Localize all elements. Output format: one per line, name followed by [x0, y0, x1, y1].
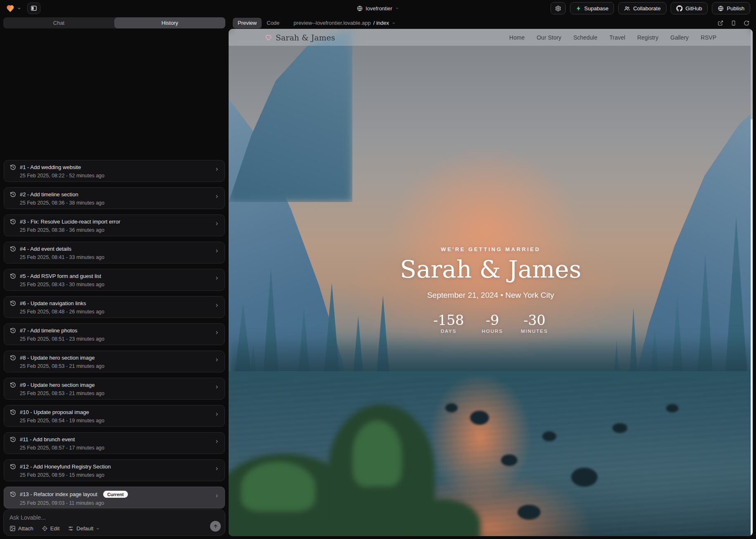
history-list-item[interactable]: #7 - Add timeline photos 25 Feb 2025, 08… [4, 323, 225, 345]
history-icon [10, 436, 16, 442]
site-nav-link[interactable]: Home [509, 34, 524, 41]
countdown-label: MINUTES [521, 329, 548, 334]
edit-button[interactable]: Edit [42, 525, 59, 532]
tab-code[interactable]: Code [262, 18, 284, 28]
history-icon [10, 382, 16, 388]
chevron-right-icon[interactable] [214, 412, 220, 417]
topbar-actions: Supabase Collaborate GitHub Publish [550, 2, 750, 14]
attach-button[interactable]: Attach [9, 525, 33, 532]
history-item-timestamp: 25 Feb 2025, 08:38 - 36 minutes ago [20, 227, 220, 233]
settings-button[interactable] [550, 2, 566, 14]
chevron-right-icon[interactable] [214, 357, 220, 362]
tab-chat[interactable]: Chat [3, 17, 114, 28]
history-icon [10, 409, 16, 415]
history-item-title: #8 - Update hero section image [20, 355, 94, 361]
publish-button[interactable]: Publish [712, 2, 750, 14]
supabase-label: Supabase [584, 5, 609, 12]
chevron-right-icon[interactable] [214, 384, 220, 390]
site-nav-link[interactable]: Travel [610, 34, 625, 41]
send-button[interactable] [210, 521, 221, 532]
history-list-item[interactable]: #6 - Update navigation links 25 Feb 2025… [4, 296, 225, 318]
chevron-right-icon[interactable] [214, 466, 220, 471]
history-item-timestamp: 25 Feb 2025, 08:59 - 15 minutes ago [20, 472, 220, 478]
workspace-chevron-down-icon[interactable] [17, 6, 21, 11]
countdown: -158 DAYS -9 HOURS -30 MINUTES [229, 313, 753, 334]
preview-scrollbar-thumb[interactable] [751, 29, 753, 120]
chevron-right-icon[interactable] [214, 275, 220, 281]
chevron-right-icon[interactable] [214, 194, 220, 199]
lovable-logo-heart-icon[interactable] [6, 4, 15, 12]
history-item-timestamp: 25 Feb 2025, 08:36 - 38 minutes ago [20, 200, 220, 206]
site-logo-text: Sarah & James [276, 33, 335, 42]
countdown-label: HOURS [481, 329, 503, 334]
history-list-item[interactable]: #1 - Add wedding website 25 Feb 2025, 08… [4, 160, 225, 182]
chat-mode-label: Default [76, 525, 93, 532]
history-list-item[interactable]: #5 - Add RSVP form and guest list 25 Feb… [4, 269, 225, 291]
site-nav: HomeOur StoryScheduleTravelRegistryGalle… [509, 34, 716, 41]
site-logo[interactable]: Sarah & James [265, 33, 335, 42]
preview-toolbar: Preview Code preview--lovefrontier.lovab… [229, 17, 753, 28]
chat-mode-selector[interactable]: Default [68, 525, 100, 532]
users-icon [624, 5, 630, 12]
site-nav-link[interactable]: RSVP [701, 34, 716, 41]
history-item-timestamp: 25 Feb 2025, 08:48 - 26 minutes ago [20, 309, 220, 315]
history-list-item[interactable]: #4 - Add event details 25 Feb 2025, 08:4… [4, 242, 225, 264]
history-list-item[interactable]: #8 - Update hero section image 25 Feb 20… [4, 351, 225, 372]
chevron-right-icon[interactable] [214, 493, 220, 499]
history-list-item[interactable]: #9 - Update hero section image 25 Feb 20… [4, 378, 225, 400]
chevron-down-icon [96, 527, 100, 531]
history-list-item[interactable]: #10 - Update proposal image 25 Feb 2025,… [4, 405, 225, 427]
preview-url[interactable]: preview--lovefrontier.lovable.app / inde… [293, 20, 395, 26]
project-name: lovefrontier [366, 5, 392, 12]
site-nav-link[interactable]: Our Story [536, 34, 561, 41]
mobile-view-icon[interactable] [731, 20, 736, 26]
countdown-unit: -9 HOURS [481, 313, 503, 334]
supabase-button[interactable]: Supabase [570, 2, 614, 14]
preview-scrollbar[interactable] [751, 29, 753, 536]
chevron-right-icon[interactable] [214, 167, 220, 172]
history-icon [10, 464, 16, 470]
chevron-right-icon[interactable] [214, 439, 220, 444]
history-item-timestamp: 25 Feb 2025, 08:41 - 33 minutes ago [20, 254, 220, 260]
history-list-item[interactable]: #13 - Refactor index page layout Current… [4, 487, 225, 508]
tab-preview[interactable]: Preview [233, 18, 262, 28]
history-item-title: #12 - Add Honeyfund Registry Section [20, 464, 111, 470]
gear-icon [555, 5, 561, 12]
current-badge: Current [103, 491, 128, 498]
project-selector[interactable]: lovefrontier [357, 0, 399, 16]
sliders-icon [68, 525, 74, 532]
countdown-value: -9 [481, 313, 503, 327]
collaborate-label: Collaborate [633, 5, 661, 12]
open-in-new-tab-icon[interactable] [718, 20, 723, 26]
history-list-item[interactable]: #12 - Add Honeyfund Registry Section 25 … [4, 459, 225, 481]
history-item-title: #13 - Refactor index page layout [20, 491, 97, 497]
supabase-icon [576, 5, 581, 12]
image-icon [9, 525, 16, 532]
preview-viewport: Sarah & James HomeOur StoryScheduleTrave… [229, 29, 753, 536]
history-list-item[interactable]: #2 - Add timeline section 25 Feb 2025, 0… [4, 187, 225, 209]
history-icon [10, 327, 16, 334]
chevron-right-icon[interactable] [214, 248, 220, 254]
refresh-icon[interactable] [744, 20, 749, 26]
preview-pane: Preview Code preview--lovefrontier.lovab… [229, 17, 753, 536]
github-button[interactable]: GitHub [671, 2, 708, 14]
edit-label: Edit [50, 525, 59, 532]
target-icon [42, 525, 48, 532]
collaborate-button[interactable]: Collaborate [618, 2, 666, 14]
tab-history[interactable]: History [114, 17, 225, 28]
history-item-timestamp: 25 Feb 2025, 08:43 - 30 minutes ago [20, 282, 220, 287]
toggle-sidebar-button[interactable] [27, 2, 40, 14]
chevron-right-icon[interactable] [214, 330, 220, 335]
site-nav-link[interactable]: Gallery [671, 34, 689, 41]
chevron-right-icon[interactable] [214, 221, 220, 226]
countdown-value: -30 [521, 313, 548, 327]
site-nav-link[interactable]: Schedule [573, 34, 597, 41]
history-item-timestamp: 25 Feb 2025, 08:54 - 19 minutes ago [20, 418, 220, 424]
history-item-title: #1 - Add wedding website [20, 164, 81, 170]
history-item-title: #11 - Add brunch event [20, 436, 75, 442]
ask-lovable-input[interactable] [9, 514, 183, 521]
history-list-item[interactable]: #3 - Fix: Resolve Lucide-react import er… [4, 214, 225, 236]
chevron-right-icon[interactable] [214, 303, 220, 308]
site-nav-link[interactable]: Registry [637, 34, 658, 41]
history-list-item[interactable]: #11 - Add brunch event 25 Feb 2025, 08:5… [4, 432, 225, 454]
